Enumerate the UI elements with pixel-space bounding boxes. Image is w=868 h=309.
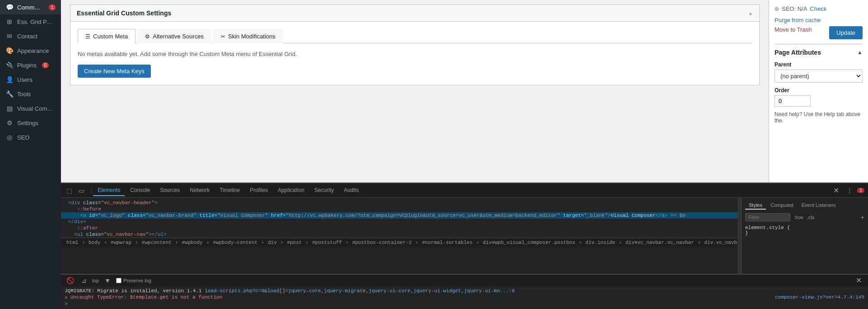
console-msg-1-link[interactable]: load-scripts.php?c=0&load[]=jquery-core,… [205,288,515,294]
devtools-close-button[interactable]: ✕ [831,185,842,196]
styles-cls-option[interactable]: .cls [807,215,815,220]
sidebar-item-tools[interactable]: 🔧 Tools [0,87,61,101]
alternative-sources-tab-icon: ⚙ [145,33,150,40]
create-meta-keys-button[interactable]: Create New Meta Keys [78,65,151,78]
seo-status-dot [775,7,779,11]
devtools-toolbar: ⬚ ▭ [65,186,86,195]
devtools-tab-sources[interactable]: Sources [155,185,184,196]
console-dropdown-icon[interactable]: ▼ [103,276,112,285]
devtools-cursor-icon[interactable]: ⬚ [65,186,74,195]
contact-icon: ✉ [5,33,14,40]
preserve-log-checkbox[interactable] [116,278,121,283]
page-attributes-heading: Page Attributes ▲ [775,49,863,56]
sidebar-item-settings[interactable]: ⚙ Settings [0,116,61,130]
parent-select[interactable]: (no parent) [775,70,863,83]
sidebar-item-visual-composer[interactable]: ▤ Visual Composer [0,101,61,116]
console-clear-icon[interactable]: 🚫 [65,276,76,285]
element-style-close: } [745,230,864,236]
sidebar-item-plugins[interactable]: 🔌 Plugins 6 [0,58,61,72]
tab-skin-modifications[interactable]: ✂ Skin Modifications [213,29,283,43]
breadcrumb-wpb-composer[interactable]: div#wpb_visual_composer.postbox [481,239,577,246]
element-style-text: element.style { [745,225,864,230]
section-collapse-icon[interactable]: ▲ [748,11,753,16]
skin-modifications-tab-icon: ✂ [221,33,225,40]
console-error-1: ✕ Uncaught TypeError: $template.get is n… [65,294,864,301]
breadcrumb-navbar[interactable]: div#vc_navbar.vc_navbar [624,239,696,246]
styles-tab-event-listeners[interactable]: Event Listeners [798,201,840,210]
move-to-trash-link[interactable]: Move to Trash [775,26,812,33]
styles-add-rule-icon[interactable]: + [861,214,864,221]
purge-cache-link[interactable]: Purge from cache [775,17,863,23]
element-style-block: element.style { } [745,225,864,236]
sidebar-divider [775,44,863,44]
console-error-1-link[interactable]: composer-view.js?ver=4.7.4:145 [775,295,864,300]
right-sidebar: SEO: N/A Check Purge from cache Move to … [769,0,868,183]
styles-tab-styles[interactable]: Styles [745,201,766,210]
seo-check-link[interactable]: Check [810,5,826,12]
devtools-tab-profiles[interactable]: Profiles [245,185,272,196]
dom-line-3[interactable]: <a id="vc_logo" class="vc_navbar-brand" … [61,212,741,219]
dom-line-5: ::after [61,225,741,231]
tab-custom-meta[interactable]: ☰ Custom Meta [78,29,135,43]
breadcrumb-html[interactable]: html [65,239,80,246]
breadcrumb-post[interactable]: #post [285,239,303,246]
dom-line-4: </div> [61,219,741,225]
console-filter-icon[interactable]: ⊿ [79,276,89,285]
sidebar-item-comments[interactable]: 💬 Comments 1 [0,0,61,14]
styles-filter-bar: :hov .cls + [745,213,864,221]
devtools-tab-security[interactable]: Security [310,185,338,196]
sidebar-item-contact[interactable]: ✉ Contact [0,29,61,43]
breadcrumb-wpbody-content[interactable]: #wpbody-content [211,239,259,246]
console-close-button[interactable]: ✕ [853,275,864,286]
page-attributes-chevron[interactable]: ▲ [857,49,863,56]
dom-scrollbar[interactable] [737,198,741,274]
devtools-tab-audits[interactable]: Audits [339,185,363,196]
devtools-content: <div class="vc_navbar-header"> ::before … [61,198,868,274]
order-input[interactable] [775,95,811,107]
breadcrumb-postbox[interactable]: #postbox-container-2 [350,239,414,246]
update-button[interactable]: Update [829,26,863,39]
purge-section: Purge from cache Move to Trash Update [775,17,863,39]
devtools-more-icon[interactable]: ⋮ [845,186,854,195]
meta-empty-text: No metas available yet. Add some through… [78,51,752,57]
main-area: Essential Grid Custom Settings ▲ ☰ Custo… [61,0,868,309]
eg-section-body: ☰ Custom Meta ⚙ Alternative Sources ✂ Sk… [70,22,759,85]
breadcrumb-wpcontent[interactable]: #wpcontent [140,239,173,246]
breadcrumb-sortables[interactable]: #normal-sortables [420,239,474,246]
console-content: JQMIGRATE: Migrate is installed, version… [61,286,868,309]
styles-hov-option[interactable]: :hov [794,215,803,220]
sidebar-item-seo[interactable]: ◎ SEO [0,130,61,145]
settings-icon: ⚙ [5,119,14,126]
sidebar-item-users[interactable]: 👤 Users [0,72,61,87]
editor-main: Essential Grid Custom Settings ▲ ☰ Custo… [61,0,769,183]
devtools-tab-application[interactable]: Application [273,185,309,196]
devtools-tab-console[interactable]: Console [126,185,154,196]
sidebar-item-ess-grid-posts[interactable]: ⊞ Ess. Grid Posts [0,14,61,29]
breadcrumb-inside[interactable]: div.inside [583,239,617,246]
sidebar-item-appearance[interactable]: 🎨 Appearance [0,43,61,58]
tab-alternative-sources[interactable]: ⚙ Alternative Sources [137,29,211,43]
order-label: Order [775,87,863,94]
devtools-phone-icon[interactable]: ▭ [77,186,86,195]
breadcrumb-navbar-header[interactable]: div.vc_navbar-header [702,239,741,246]
breadcrumb-body[interactable]: body [87,239,102,246]
sidebar: 💬 Comments 1 ⊞ Ess. Grid Posts ✉ Contact… [0,0,61,309]
visual-composer-icon: ▤ [5,105,14,112]
devtools-panel: ⬚ ▭ | Elements Console Sources Network T… [61,183,868,309]
styles-filter-input[interactable] [745,213,790,221]
breadcrumb-wpwrap[interactable]: #wpwrap [109,239,133,246]
eg-section-header: Essential Grid Custom Settings ▲ [70,5,759,22]
app-wrapper: 💬 Comments 1 ⊞ Ess. Grid Posts ✉ Contact… [0,0,868,309]
breadcrumb-div1[interactable]: div [266,239,279,246]
styles-tabs: Styles Computed Event Listeners [745,201,864,210]
devtools-tabs-bar: ⬚ ▭ | Elements Console Sources Network T… [61,183,868,198]
dom-line-6: <ul class="vc_navbar-nav"></ul> [61,231,741,238]
styles-tab-computed[interactable]: Computed [767,201,797,210]
devtools-tab-network[interactable]: Network [185,185,214,196]
eg-section-title: Essential Grid Custom Settings [77,9,171,17]
parent-label: Parent [775,61,863,68]
devtools-tab-elements[interactable]: Elements [93,185,125,196]
breadcrumb-wpbody[interactable]: #wpbody [180,239,204,246]
devtools-tab-timeline[interactable]: Timeline [215,185,244,196]
breadcrumb-poststuff[interactable]: #poststuff [310,239,344,246]
